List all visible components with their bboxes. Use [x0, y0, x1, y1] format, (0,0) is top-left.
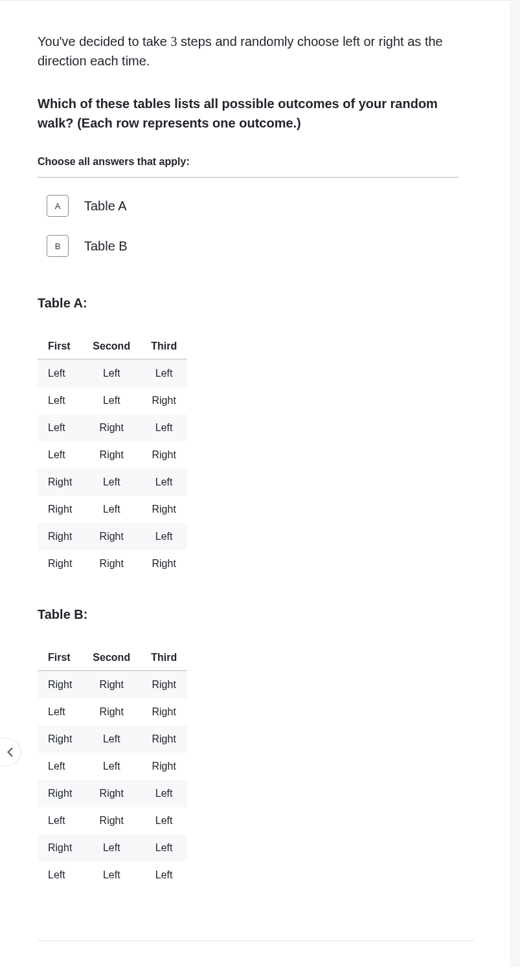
table-cell: Right — [38, 496, 82, 523]
bottom-divider — [38, 941, 475, 941]
table-cell: Left — [38, 862, 82, 889]
table-cell: Left — [141, 523, 187, 550]
table-cell: Right — [141, 496, 187, 523]
table-cell: Right — [38, 834, 82, 862]
table-row: LeftLeftRight — [38, 753, 187, 780]
question-text: Which of these tables lists all possible… — [38, 94, 458, 133]
table-cell: Left — [38, 359, 82, 387]
table-cell: Right — [82, 671, 141, 698]
table-cell: Right — [141, 753, 187, 780]
table-cell: Right — [141, 698, 187, 726]
table-row: RightLeftLeft — [38, 834, 187, 862]
table-row: LeftRightRight — [38, 441, 187, 469]
table-b-header-row: First Second Third — [38, 645, 187, 671]
table-cell: Left — [38, 753, 82, 780]
table-a-header: Third — [141, 334, 187, 359]
table-b-header: Third — [141, 645, 187, 671]
table-row: LeftRightLeft — [38, 807, 187, 834]
table-a: First Second Third LeftLeftLeftLeftLeftR… — [38, 334, 187, 577]
table-cell: Right — [82, 441, 141, 469]
table-cell: Right — [82, 414, 141, 441]
answer-label-b: Table B — [84, 239, 128, 254]
table-row: RightLeftLeft — [38, 469, 187, 496]
table-cell: Left — [141, 359, 187, 387]
table-cell: Right — [82, 523, 141, 550]
table-cell: Right — [141, 441, 187, 469]
answer-option-b[interactable]: B Table B — [38, 226, 458, 266]
table-row: LeftLeftLeft — [38, 862, 187, 889]
table-cell: Left — [82, 469, 141, 496]
table-cell: Right — [82, 550, 141, 577]
table-cell: Left — [141, 862, 187, 889]
intro-number: 3 — [170, 34, 177, 49]
table-a-header-row: First Second Third — [38, 334, 187, 359]
answer-divider — [38, 177, 458, 178]
table-row: RightLeftRight — [38, 496, 187, 523]
table-b-title: Table B: — [38, 607, 482, 622]
table-cell: Left — [38, 698, 82, 726]
table-row: RightRightLeft — [38, 780, 187, 807]
table-a-header: Second — [82, 334, 141, 359]
answer-key-b: B — [47, 235, 69, 257]
table-cell: Right — [38, 523, 82, 550]
answer-key-a: A — [47, 195, 69, 217]
table-cell: Left — [82, 753, 141, 780]
answer-option-a[interactable]: A Table A — [38, 186, 458, 226]
table-row: RightRightRight — [38, 671, 187, 698]
table-row: RightRightLeft — [38, 523, 187, 550]
table-cell: Right — [38, 550, 82, 577]
table-cell: Right — [38, 671, 82, 698]
table-cell: Left — [82, 496, 141, 523]
table-cell: Right — [141, 387, 187, 414]
table-b-header: Second — [82, 645, 141, 671]
table-b-header: First — [38, 645, 82, 671]
table-cell: Left — [82, 726, 141, 753]
table-cell: Left — [38, 387, 82, 414]
scrollbar-track[interactable] — [510, 0, 520, 967]
table-cell: Left — [82, 834, 141, 862]
table-cell: Left — [82, 862, 141, 889]
table-row: RightLeftRight — [38, 726, 187, 753]
table-cell: Right — [141, 726, 187, 753]
table-row: RightRightRight — [38, 550, 187, 577]
table-cell: Left — [82, 387, 141, 414]
table-cell: Right — [82, 807, 141, 834]
table-cell: Right — [82, 698, 141, 726]
table-row: LeftRightRight — [38, 698, 187, 726]
table-row: LeftRightLeft — [38, 414, 187, 441]
choose-label: Choose all answers that apply: — [38, 156, 482, 168]
table-a-header: First — [38, 334, 82, 359]
table-cell: Right — [141, 671, 187, 698]
table-row: LeftLeftLeft — [38, 359, 187, 387]
table-cell: Right — [38, 726, 82, 753]
intro-text: You've decided to take 3 steps and rando… — [38, 32, 475, 71]
table-cell: Right — [38, 469, 82, 496]
table-cell: Left — [38, 414, 82, 441]
answer-label-a: Table A — [84, 199, 127, 214]
table-cell: Right — [82, 780, 141, 807]
table-cell: Left — [141, 414, 187, 441]
table-cell: Right — [141, 550, 187, 577]
table-cell: Left — [141, 780, 187, 807]
table-cell: Left — [141, 469, 187, 496]
table-cell: Right — [38, 780, 82, 807]
table-cell: Left — [141, 807, 187, 834]
table-row: LeftLeftRight — [38, 387, 187, 414]
chevron-left-icon — [7, 748, 14, 757]
intro-part1: You've decided to take — [38, 34, 170, 49]
table-b: First Second Third RightRightRightLeftRi… — [38, 645, 187, 889]
table-cell: Left — [82, 359, 141, 387]
table-cell: Left — [141, 834, 187, 862]
table-cell: Left — [38, 441, 82, 469]
question-content: You've decided to take 3 steps and rando… — [0, 1, 520, 967]
table-cell: Left — [38, 807, 82, 834]
table-a-title: Table A: — [38, 296, 482, 311]
